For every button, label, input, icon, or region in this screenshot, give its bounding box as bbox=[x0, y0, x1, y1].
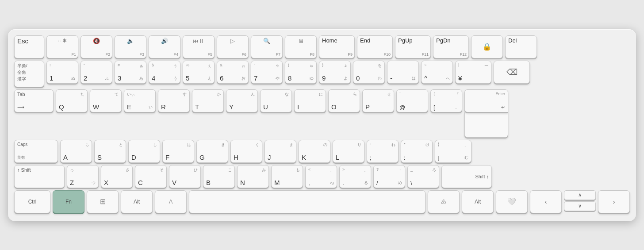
keyboard: Esc ·· ✱ F1 🔇 F2 🔈 F3 🔊 F4 ⏮⏸ F5 ▷ F6 🔍 … bbox=[8, 29, 636, 221]
key-enter[interactable]: Enter ↵ bbox=[464, 89, 508, 112]
key-l[interactable]: り L bbox=[333, 140, 364, 163]
asdf-key-row: Caps 英数 ち A と S し D は F bbox=[14, 140, 630, 163]
key-alt-right[interactable]: Alt bbox=[462, 190, 494, 213]
key-esc[interactable]: Esc bbox=[14, 35, 44, 58]
key-period[interactable]: > 。 . る bbox=[339, 165, 371, 188]
key-d[interactable]: し D bbox=[128, 140, 160, 163]
key-f2[interactable]: 🔇 F2 bbox=[80, 35, 112, 58]
key-yen[interactable]: | ー ¥ bbox=[455, 61, 491, 84]
key-ctrl[interactable]: Ctrl bbox=[14, 190, 50, 213]
key-f6[interactable]: ▷ F6 bbox=[217, 35, 249, 58]
key-pgdn[interactable]: PgDn F12 bbox=[433, 35, 469, 58]
key-end[interactable]: End F10 bbox=[357, 35, 393, 58]
key-arrow-left[interactable]: ‹ bbox=[530, 190, 562, 213]
key-c[interactable]: そ C bbox=[135, 165, 167, 188]
key-shift-left[interactable]: ↑ Shift bbox=[14, 165, 65, 188]
key-i[interactable]: に I bbox=[294, 89, 326, 112]
key-g[interactable]: き G bbox=[196, 140, 228, 163]
key-n[interactable]: み N bbox=[237, 165, 269, 188]
key-p[interactable]: せ P bbox=[362, 89, 394, 112]
key-fn[interactable]: Fn bbox=[53, 190, 84, 213]
key-v[interactable]: ひ V bbox=[169, 165, 201, 188]
key-arrow-up[interactable]: ∧ bbox=[564, 190, 596, 200]
qwerty-key-row: Tab ⟶ た Q て W いぃ E い す bbox=[14, 89, 630, 138]
key-colon[interactable]: * け : bbox=[401, 140, 433, 163]
key-s[interactable]: と S bbox=[94, 140, 126, 163]
key-del[interactable]: Del bbox=[505, 35, 537, 58]
key-3[interactable]: # ぁ 3 あ bbox=[115, 61, 146, 84]
key-t[interactable]: か T bbox=[192, 89, 224, 112]
key-y[interactable]: ん Y bbox=[226, 89, 258, 112]
key-4[interactable]: $ ぅ 4 う bbox=[149, 61, 180, 84]
key-f5[interactable]: ⏮⏸ F5 bbox=[183, 35, 215, 58]
key-6[interactable]: & ぉ 6 お bbox=[217, 61, 249, 84]
key-f1[interactable]: ·· ✱ F1 bbox=[46, 35, 78, 58]
key-space[interactable] bbox=[189, 190, 426, 213]
key-1[interactable]: ! 1 ぬ bbox=[46, 61, 78, 84]
key-home[interactable]: Home F9 bbox=[319, 35, 355, 58]
key-0[interactable]: を 0 わ bbox=[353, 61, 385, 84]
key-heart[interactable]: 🤍 bbox=[496, 190, 528, 213]
key-arrow-right[interactable]: › bbox=[598, 190, 630, 213]
key-slash[interactable]: ? ・ / め bbox=[373, 165, 405, 188]
key-henkan[interactable]: あ bbox=[428, 190, 460, 213]
key-enter-container: Enter ↵ bbox=[464, 89, 508, 138]
key-f4[interactable]: 🔊 F4 bbox=[149, 35, 180, 58]
key-minus[interactable]: - ほ bbox=[387, 61, 419, 84]
key-q[interactable]: た Q bbox=[56, 89, 88, 112]
key-f8[interactable]: 🖥 F8 bbox=[285, 35, 317, 58]
key-pgup[interactable]: PgUp F11 bbox=[395, 35, 431, 58]
key-backslash[interactable]: _ ろ \ bbox=[407, 165, 439, 188]
key-b[interactable]: こ B bbox=[203, 165, 235, 188]
key-a[interactable]: ち A bbox=[60, 140, 92, 163]
key-rbracket[interactable]: } 」 ] む bbox=[435, 140, 472, 163]
bottom-key-row: Ctrl Fn ⊞ Alt A あ Alt 🤍 ‹ ∧ bbox=[14, 190, 630, 213]
key-z[interactable]: っ Z つ bbox=[67, 165, 99, 188]
key-8[interactable]: ( ゅ 8 ゆ bbox=[285, 61, 317, 84]
key-o[interactable]: ら O bbox=[328, 89, 360, 112]
key-windows[interactable]: ⊞ bbox=[87, 190, 119, 213]
key-comma[interactable]: < 、 , ね bbox=[305, 165, 337, 188]
key-muhenkan[interactable]: A bbox=[155, 190, 187, 213]
key-7[interactable]: ' ゃ 7 や bbox=[251, 61, 283, 84]
key-ins[interactable]: 🔒 bbox=[471, 35, 503, 58]
key-hankaku[interactable]: 半角/ 全角 漢字 bbox=[14, 61, 44, 87]
key-alt-left[interactable]: Alt bbox=[121, 190, 153, 213]
key-x[interactable]: さ X bbox=[101, 165, 133, 188]
key-enter-bottom[interactable] bbox=[464, 112, 508, 138]
key-5[interactable]: % ぇ 5 え bbox=[183, 61, 215, 84]
key-at[interactable]: ` @ bbox=[396, 89, 428, 112]
zxcv-key-row: ↑ Shift っ Z つ さ X そ C ひ bbox=[14, 165, 630, 188]
key-f3[interactable]: 🔈 F3 bbox=[115, 35, 146, 58]
key-k[interactable]: の K bbox=[299, 140, 330, 163]
key-semicolon[interactable]: + れ ; bbox=[367, 140, 399, 163]
key-2[interactable]: " 2 ふ bbox=[80, 61, 112, 84]
key-u[interactable]: な U bbox=[260, 89, 292, 112]
key-tab[interactable]: Tab ⟶ bbox=[14, 89, 54, 112]
key-9[interactable]: ) ょ 9 よ bbox=[319, 61, 351, 84]
key-arrow-down[interactable]: ∨ bbox=[564, 201, 596, 211]
key-lbracket[interactable]: { 「 [ 。 bbox=[430, 89, 462, 112]
key-f[interactable]: は F bbox=[162, 140, 194, 163]
key-m[interactable]: も M bbox=[271, 165, 303, 188]
number-key-row: 半角/ 全角 漢字 ! 1 ぬ " 2 ふ bbox=[14, 61, 630, 87]
key-caret[interactable]: ~ ^ へ bbox=[421, 61, 453, 84]
key-f7[interactable]: 🔍 F7 bbox=[251, 35, 283, 58]
key-backspace[interactable]: ⌫ bbox=[494, 61, 530, 84]
key-e[interactable]: いぃ E い bbox=[124, 89, 156, 112]
function-key-row: Esc ·· ✱ F1 🔇 F2 🔈 F3 🔊 F4 ⏮⏸ F5 ▷ F6 🔍 … bbox=[14, 35, 630, 58]
key-arrow-updown: ∧ ∨ bbox=[564, 190, 596, 213]
key-w[interactable]: て W bbox=[90, 89, 122, 112]
key-j[interactable]: ま J bbox=[264, 140, 296, 163]
key-caps[interactable]: Caps 英数 bbox=[14, 140, 58, 163]
key-h[interactable]: く H bbox=[230, 140, 262, 163]
key-shift-right[interactable]: Shift ↑ bbox=[441, 165, 492, 188]
key-r[interactable]: す R bbox=[158, 89, 190, 112]
